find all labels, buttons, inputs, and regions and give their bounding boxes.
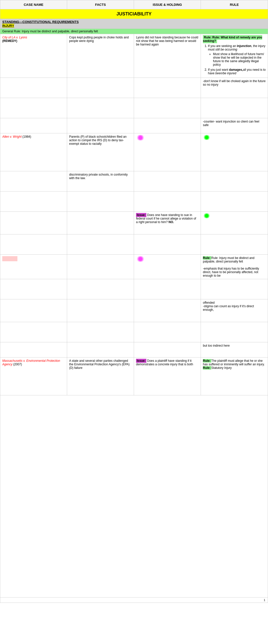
red-blot [2, 256, 17, 261]
rule-cont-cell-2: offended -stigma can count as injury if … [201, 299, 268, 322]
rule-cont-row-1: Rule: Rule: Injury must be distinct and … [0, 255, 268, 279]
rule-cont-row-2: offended -stigma can count as injury if … [0, 299, 268, 322]
issue-cell: Lyons did not have standing because he c… [134, 34, 201, 78]
rule-cont-row-3: but too indirect here [0, 342, 268, 357]
issue-cell-mass: Issue: Does a plaintiff have standing if… [134, 357, 201, 395]
col-header-case-name: CASE NAME [0, 0, 67, 9]
rule-cont-cell-3: but too indirect here [201, 342, 268, 357]
spacer-row-2 [0, 192, 268, 212]
pink-blot-icon [136, 135, 145, 140]
counter-row: -counter- want injunction so client can … [0, 118, 268, 133]
table-row: Allen v. Wright (1984) Parents (P) of bl… [0, 133, 268, 171]
table-header: CASE NAME FACTS ISSUE & HOLDING RULE [0, 0, 268, 9]
table-row-mass: Massachusetts v. Environmental Protectio… [0, 357, 268, 395]
pink-blot-icon-2 [136, 256, 145, 262]
facts-cont-cell: discriminatory private schools, in confo… [67, 171, 134, 191]
issue-label-mass: Issue: [136, 359, 146, 363]
counter-cell: -counter- want injunction so client can … [201, 118, 268, 133]
green-blot-icon [203, 135, 210, 140]
case-name-cell: Allen v. Wright (1984) [0, 133, 67, 171]
injury-label: INJURY [2, 24, 14, 28]
col-header-rule: RULE [201, 0, 268, 9]
empty-cell [134, 78, 201, 98]
continuation-row-1: -don't know if will be choked again in t… [0, 78, 268, 98]
case-name-cell-mass: Massachusetts v. Environmental Protectio… [0, 357, 67, 395]
facts-cell: Cops kept putting people in choke holds … [67, 34, 134, 78]
rule-label: Rule: Rule: What kind of remedy are you … [203, 35, 262, 43]
rule-label-mass: Rule: [203, 359, 211, 363]
dont-know-cell: -don't know if will be choked again in t… [201, 78, 268, 98]
case-name-cell: City of LA v. Lyons (REMEDY) [0, 34, 67, 78]
col-header-facts: FACTS [67, 0, 134, 9]
empty-cell [0, 78, 67, 98]
green-blot-icon-2 [203, 213, 210, 218]
issue-cell [134, 133, 201, 171]
rule-cell-mass: Rule: The plaintiff must allege that he … [201, 357, 268, 395]
rule-cell [201, 133, 268, 171]
facts-cell: Parents (P) of black schoolchildren file… [67, 133, 134, 171]
issue-label: Issue: [136, 213, 146, 217]
spacer-row-1 [0, 98, 268, 118]
table-row: City of LA v. Lyons (REMEDY) Cops kept p… [0, 34, 268, 78]
spacer-row-3 [0, 234, 268, 255]
bottom-empty-area [0, 395, 268, 598]
empty-cell [67, 78, 134, 98]
continuation-row-2: discriminatory private schools, in confo… [0, 171, 268, 192]
rule-green-label: Rule: [203, 256, 211, 260]
justiciability-banner: JUSTICIABILITY [0, 9, 268, 19]
spacer-row-4 [0, 279, 268, 299]
issue-cont-cell: Issue: Does one have standing to sue in … [134, 212, 201, 234]
facts-cell-mass: A state and several other parties challe… [67, 357, 134, 395]
spacer-row-5 [0, 322, 268, 342]
col-header-issue: ISSUE & HOLDING [134, 0, 201, 9]
page-number: 1 [0, 598, 268, 603]
rule-cell: Rule: Rule: What kind of remedy are you … [201, 34, 268, 78]
issue-row: Issue: Does one have standing to sue in … [0, 212, 268, 234]
section-header: STANDING—CONSTITUTIONAL REQUIREMENTS INJ… [0, 19, 268, 29]
general-rule-row: General Rule: Injury must be distinct an… [0, 29, 268, 34]
rule-cont-cell-1: Rule: Rule: Injury must be distinct and … [201, 255, 268, 279]
